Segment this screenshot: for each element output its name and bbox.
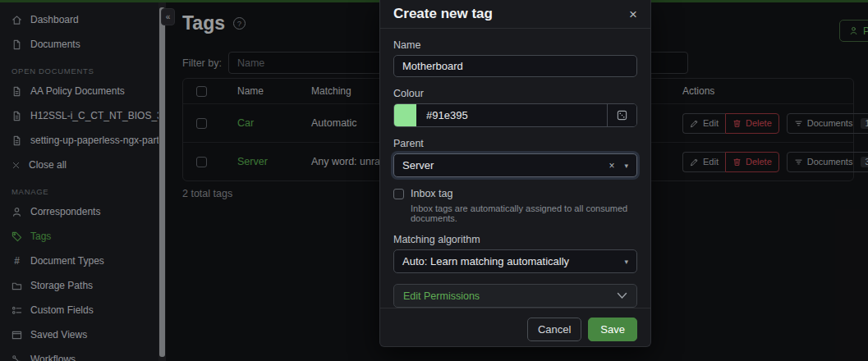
modal-header: Create new tag × xyxy=(380,0,650,29)
edit-permissions-label: Edit Permissions xyxy=(403,290,480,302)
modal-close-icon[interactable]: × xyxy=(629,7,637,21)
clear-parent-icon[interactable]: × xyxy=(609,160,614,171)
colour-hex-input[interactable] xyxy=(416,104,607,126)
random-colour-button[interactable] xyxy=(607,104,636,126)
paperless-app: Dashboard Documents OPEN DOCUMENTS AA Po… xyxy=(0,0,868,361)
edit-permissions-accordion[interactable]: Edit Permissions xyxy=(393,284,637,308)
modal-title: Create new tag xyxy=(393,6,493,22)
modal-footer: Cancel Save xyxy=(380,308,650,350)
create-tag-modal: Create new tag × Name Colour Parent xyxy=(379,0,651,347)
matching-algorithm-value: Auto: Learn matching automatically xyxy=(402,255,624,267)
inbox-tag-label: Inbox tag xyxy=(411,188,452,199)
parent-field-label: Parent xyxy=(393,138,637,149)
tag-name-input[interactable] xyxy=(393,55,637,77)
matching-algorithm-select[interactable]: Auto: Learn matching automatically ▾ xyxy=(393,249,637,273)
matching-algorithm-label: Matching algorithm xyxy=(393,234,637,245)
name-field-label: Name xyxy=(393,39,637,51)
parent-select[interactable]: Server × ▾ xyxy=(393,153,637,177)
parent-select-value: Server xyxy=(402,159,609,171)
inbox-tag-checkbox[interactable] xyxy=(393,189,404,199)
colour-field-label: Colour xyxy=(393,88,637,99)
cancel-button[interactable]: Cancel xyxy=(527,318,581,341)
dice-icon xyxy=(617,110,627,121)
chevron-down-icon xyxy=(617,292,627,299)
colour-input-group xyxy=(393,103,637,127)
modal-body: Name Colour Parent Server × ▾ xyxy=(380,29,650,308)
save-button[interactable]: Save xyxy=(588,318,637,341)
colour-swatch[interactable] xyxy=(394,104,416,126)
chevron-down-icon[interactable]: ▾ xyxy=(624,162,628,170)
inbox-tag-row: Inbox tag xyxy=(393,188,637,199)
inbox-tag-hint: Inbox tags are automatically assigned to… xyxy=(411,203,637,223)
chevron-down-icon[interactable]: ▾ xyxy=(624,258,628,266)
